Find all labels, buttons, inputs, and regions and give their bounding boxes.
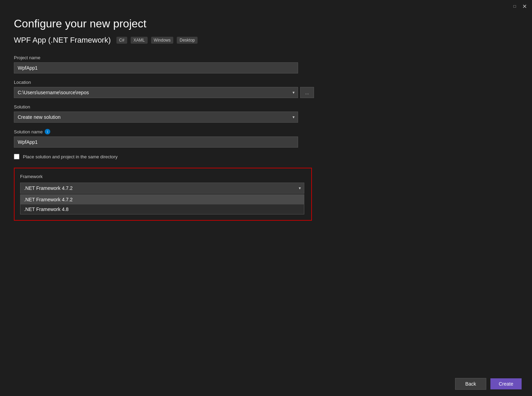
same-directory-label[interactable]: Place solution and project in the same d… xyxy=(23,154,117,159)
solution-group: Solution Create new solutionAdd to solut… xyxy=(14,104,518,123)
location-select-wrapper: C:\Users\username\source\repos xyxy=(14,87,298,98)
tag-csharp: C# xyxy=(116,37,127,44)
solution-name-info-icon[interactable]: i xyxy=(45,129,50,134)
project-type-name: WPF App (.NET Framework) xyxy=(14,36,111,45)
location-row: C:\Users\username\source\repos ... xyxy=(14,87,518,98)
solution-select-wrapper: Create new solutionAdd to solution xyxy=(14,112,298,123)
main-content: Configure your new project WPF App (.NET… xyxy=(14,14,518,368)
solution-select[interactable]: Create new solutionAdd to solution xyxy=(14,112,298,123)
back-button[interactable]: Back xyxy=(455,378,486,390)
location-label: Location xyxy=(14,80,518,85)
same-directory-row: Place solution and project in the same d… xyxy=(14,154,518,159)
project-name-input[interactable] xyxy=(14,62,298,73)
title-bar: □ ✕ xyxy=(507,0,532,12)
location-group: Location C:\Users\username\source\repos … xyxy=(14,80,518,98)
tag-windows: Windows xyxy=(151,37,174,44)
framework-label: Framework xyxy=(20,174,306,179)
project-type-row: WPF App (.NET Framework) C# XAML Windows… xyxy=(14,36,518,45)
solution-name-group: Solution name i xyxy=(14,129,518,148)
page-title: Configure your new project xyxy=(14,17,518,30)
same-directory-checkbox[interactable] xyxy=(14,154,19,159)
bottom-bar: Back Create xyxy=(0,372,532,396)
project-name-group: Project name xyxy=(14,55,518,73)
create-button[interactable]: Create xyxy=(490,378,522,389)
project-name-label: Project name xyxy=(14,55,518,60)
framework-option-472[interactable]: .NET Framework 4.7.2 xyxy=(20,195,304,204)
solution-name-label: Solution name i xyxy=(14,129,518,134)
solution-name-input[interactable] xyxy=(14,137,298,148)
close-button[interactable]: ✕ xyxy=(521,3,528,10)
browse-button[interactable]: ... xyxy=(300,87,314,98)
framework-select-wrapper: .NET Framework 4.7.2.NET Framework 4.8 xyxy=(20,183,304,194)
tag-xaml: XAML xyxy=(131,37,148,44)
framework-select[interactable]: .NET Framework 4.7.2.NET Framework 4.8 xyxy=(20,183,304,194)
location-select[interactable]: C:\Users\username\source\repos xyxy=(14,87,298,98)
framework-option-48[interactable]: .NET Framework 4.8 xyxy=(20,204,304,214)
solution-label: Solution xyxy=(14,104,518,109)
maximize-button[interactable]: □ xyxy=(511,3,518,10)
framework-dropdown-list: .NET Framework 4.7.2 .NET Framework 4.8 xyxy=(20,194,304,214)
framework-section: Framework .NET Framework 4.7.2.NET Frame… xyxy=(14,168,312,221)
tag-desktop: Desktop xyxy=(177,37,198,44)
